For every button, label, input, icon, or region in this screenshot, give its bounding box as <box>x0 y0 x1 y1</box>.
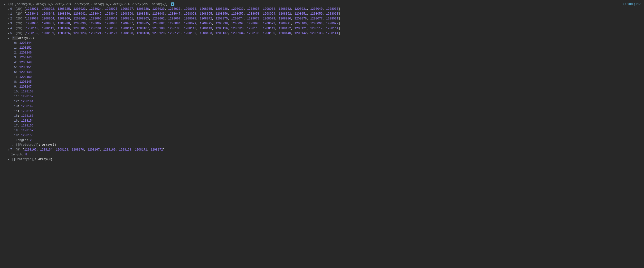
array-value: 1208113 <box>200 27 212 30</box>
array-value: 1208071 <box>326 17 338 20</box>
array-value: 1208026 <box>105 7 117 11</box>
array-value: 1208062 <box>152 17 164 20</box>
array-value: 1208043 <box>152 12 164 15</box>
array-entry-4[interactable]: 4: (20) [1208110, 1208111, 1208106, 1208… <box>4 26 640 31</box>
array-value: 1208023 <box>73 7 86 11</box>
array-value: 1208131 <box>42 32 54 35</box>
info-icon[interactable]: i <box>171 2 174 6</box>
expanded-item: 18: 1208157 <box>4 129 640 133</box>
expanded-item: 4: 1208149 <box>4 60 640 65</box>
array-value: 1208097 <box>326 22 338 25</box>
array-value: 1208068 <box>73 17 86 20</box>
array-value: 1208126 <box>58 32 70 35</box>
array-value: 1208063 <box>137 17 149 20</box>
chevron-right-icon[interactable] <box>7 12 10 16</box>
array-value: 1208034 <box>263 7 275 11</box>
array-value: 1208073 <box>247 17 259 20</box>
array-value: 1208128 <box>121 32 133 35</box>
array-value: 1208072 <box>200 17 212 20</box>
array-value: 1208105 <box>73 27 86 30</box>
array-value: 1208127 <box>105 32 117 35</box>
array-value: 1208115 <box>247 27 259 30</box>
array-value: 1208069 <box>105 17 117 20</box>
array-value: 1208122 <box>279 27 291 30</box>
array-value: 1208085 <box>137 22 149 25</box>
array-entry-1[interactable]: 1: (20) [1208041, 1208044, 1208046, 1208… <box>4 12 640 16</box>
array-entry-6[interactable]: 6: Array(20) <box>4 36 640 41</box>
expanded-item: 14: 1208156 <box>4 109 640 114</box>
array-value: 1208076 <box>294 17 307 20</box>
array-value: 1208036 <box>326 7 338 11</box>
array-value: 1208107 <box>137 27 149 30</box>
array-value: 1208119 <box>263 27 275 30</box>
array-value: 1208168 <box>119 148 131 151</box>
array-value: 1208129 <box>152 32 164 35</box>
array-value: 1208156 <box>21 110 33 113</box>
array-value: 1208099 <box>184 22 196 25</box>
prototype-row[interactable]: [[Prototype]]: Array(0) <box>4 143 640 148</box>
array-entry-7[interactable]: 7: (9) [1208165, 1208164, 1208163, 12081… <box>4 148 640 152</box>
expanded-item: 0: 1208144 <box>4 41 640 46</box>
outer-prototype-row[interactable]: [[Prototype]]: Array(0) <box>4 157 640 162</box>
expanded-item: 2: 1208146 <box>4 51 640 55</box>
array-value: 1208137 <box>216 32 228 35</box>
array-value: 1208151 <box>20 66 32 69</box>
array-entry-3[interactable]: 3: (20) [1208086, 1208081, 1208088, 1208… <box>4 21 640 26</box>
array-value: 1208111 <box>42 27 54 30</box>
array-value: 1208152 <box>20 46 32 50</box>
array-value: 1208056 <box>216 12 228 15</box>
chevron-down-icon[interactable] <box>7 36 10 41</box>
array-value: 1208027 <box>121 7 133 11</box>
chevron-right-icon[interactable] <box>7 16 10 21</box>
array-value: 1208077 <box>310 17 322 20</box>
chevron-right-icon[interactable] <box>7 31 10 36</box>
array-value: 1208066 <box>58 17 70 20</box>
array-value: 1208100 <box>294 22 307 25</box>
array-value: 1208054 <box>263 12 275 15</box>
array-value: 1208044 <box>42 12 54 15</box>
array-value: 1208098 <box>247 22 259 25</box>
array-value: 1208074 <box>232 17 244 20</box>
array-value: 1208110 <box>26 27 38 30</box>
source-link[interactable]: (index):40 <box>623 2 640 6</box>
summary-row[interactable]: (8) [Array(20), Array(20), Array(20), Ar… <box>4 2 640 7</box>
array-value: 1208038 <box>216 7 228 11</box>
array-value: 1208141 <box>326 32 338 35</box>
array-value: 1208103 <box>168 27 180 30</box>
array-value: 1208170 <box>72 148 84 151</box>
array-entry-5[interactable]: 5: (20) [1208132, 1208131, 1208126, 1208… <box>4 31 640 36</box>
chevron-right-icon[interactable] <box>7 7 10 12</box>
chevron-right-icon[interactable] <box>7 157 10 162</box>
array-value: 1208150 <box>20 75 32 79</box>
array-value: 1208041 <box>26 12 38 15</box>
array-value: 1208086 <box>26 22 38 25</box>
chevron-right-icon[interactable] <box>7 148 10 152</box>
expanded-item: 8: 1208145 <box>4 80 640 85</box>
array-value: 1208035 <box>200 7 212 11</box>
array-value: 1208052 <box>279 12 291 15</box>
expanded-item: 11: 1208159 <box>4 94 640 99</box>
chevron-right-icon[interactable] <box>11 143 14 148</box>
expanded-item: 16: 1208154 <box>4 119 640 124</box>
chevron-right-icon[interactable] <box>7 26 10 31</box>
array-entry-0[interactable]: 0: (20) [1208021, 1208022, 1208025, 1208… <box>4 7 640 12</box>
array-value: 1208092 <box>232 22 244 25</box>
chevron-right-icon[interactable] <box>7 21 10 26</box>
array-value: 1208083 <box>105 22 117 25</box>
array-value: 1208167 <box>88 148 100 151</box>
array-value: 1208075 <box>216 17 228 20</box>
array-value: 1208112 <box>121 27 133 30</box>
array-value: 1208070 <box>26 17 38 20</box>
array-value: 1208064 <box>42 17 54 20</box>
expanded-item: 6: 1208148 <box>4 70 640 75</box>
array-value: 1208134 <box>232 32 244 35</box>
type-label: Array(20) <box>18 36 34 40</box>
array-value: 1208154 <box>21 119 33 123</box>
array-value: 1208158 <box>21 90 33 93</box>
array-value: 1208087 <box>121 22 133 25</box>
array-value: 1208095 <box>200 22 212 25</box>
array-entry-2[interactable]: 2: (20) [1208070, 1208064, 1208066, 1208… <box>4 16 640 21</box>
expanded-item: 7: 1208150 <box>4 75 640 80</box>
chevron-down-icon[interactable] <box>4 2 6 7</box>
array-value: 1208125 <box>168 32 180 35</box>
